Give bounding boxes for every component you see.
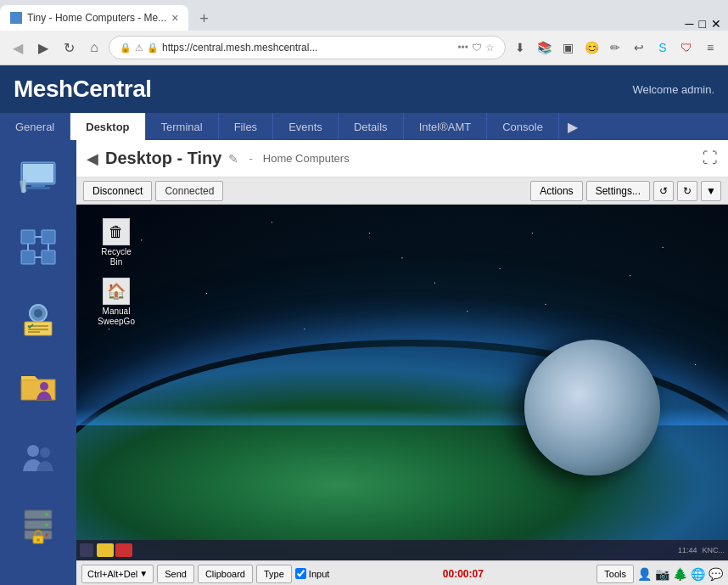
svg-point-22	[40, 447, 50, 458]
recycle-bin-label: RecycleBin	[101, 247, 132, 267]
camera-bottom-icon[interactable]: 📷	[655, 567, 669, 581]
menu-button[interactable]: ≡	[699, 37, 721, 59]
tree-bottom-icon[interactable]: 🌲	[673, 567, 687, 581]
taskbar-icon-1[interactable]	[97, 543, 114, 557]
maximize-button[interactable]: □	[699, 17, 706, 31]
sidebar	[0, 140, 76, 585]
dropdown-arrow-icon: ▼	[139, 569, 148, 578]
clipboard-button[interactable]: Clipboard	[198, 565, 253, 583]
globe-bottom-icon[interactable]: 🌐	[691, 567, 705, 581]
ctrl-alt-del-button[interactable]: Ctrl+Alt+Del ▼	[81, 565, 154, 583]
sidebar-item-server[interactable]	[4, 492, 72, 560]
manual-sweep-icon[interactable]: 🏠 ManualSweepGo	[87, 274, 146, 330]
nav-tabs: General Desktop Terminal Files Events De…	[0, 113, 728, 140]
tools-button[interactable]: Tools	[596, 565, 634, 583]
tab-groups-icon[interactable]: ▣	[557, 37, 579, 59]
address-bar: ◀ ▶ ↻ ⌂ 🔒 ⚠ 🔒 https://central.mesh.meshc…	[0, 31, 728, 65]
shield-icon[interactable]: 🛡	[675, 37, 697, 59]
minimize-button[interactable]: ─	[686, 17, 694, 31]
close-window-button[interactable]: ✕	[711, 17, 721, 31]
svg-point-26	[45, 513, 48, 516]
sidebar-item-nodes[interactable]	[4, 143, 72, 211]
tab-favicon	[10, 12, 22, 24]
refresh-icon[interactable]: ↺	[653, 181, 674, 201]
svg-point-27	[45, 523, 48, 526]
tab-details[interactable]: Details	[339, 113, 404, 140]
manual-sweep-img: 🏠	[103, 278, 130, 305]
svg-point-30	[36, 538, 40, 542]
back-button[interactable]: ◀	[7, 37, 29, 59]
tab-close-button[interactable]: ×	[171, 11, 178, 25]
address-field[interactable]: 🔒 ⚠ 🔒 https://central.mesh.meshcentral..…	[109, 36, 506, 59]
remote-desktop[interactable]: 🗑 RecycleBin 🏠 ManualSweepGo 11:44 KNC..…	[76, 205, 728, 560]
sidebar-item-mesh[interactable]	[4, 213, 72, 281]
bottom-icon-bar: 👤 📷 🌲 🌐 💬	[637, 567, 723, 581]
folder-user-icon	[14, 362, 63, 411]
sidebar-item-tasks[interactable]	[4, 283, 72, 351]
tabs-more-button[interactable]: ▶	[559, 113, 586, 140]
pen-icon[interactable]: ✏	[604, 37, 626, 59]
tab-files[interactable]: Files	[219, 113, 273, 140]
new-tab-button[interactable]: +	[192, 7, 216, 31]
svg-rect-8	[42, 230, 55, 244]
date-display: KNC...	[702, 546, 725, 554]
browser-toolbar: ⬇ 📚 ▣ 😊 ✏ ↩ S 🛡 ≡	[509, 37, 721, 59]
user-bottom-icon[interactable]: 👤	[637, 567, 652, 581]
tasks-icon	[14, 292, 63, 341]
app-header: MeshCentral Welcome admin.	[0, 65, 728, 113]
fullscreen-button[interactable]: ⛶	[703, 149, 718, 167]
refresh-button[interactable]: ↻	[58, 37, 80, 59]
bottom-control-bar: Ctrl+Alt+Del ▼ Send Clipboard Type Input…	[76, 560, 728, 585]
undo-icon[interactable]: ↩	[628, 37, 650, 59]
sidebar-item-users[interactable]	[4, 422, 72, 490]
server-icon	[14, 501, 63, 550]
tab-bar: Tiny - Home Computers - Me... × + ─ □ ✕	[0, 0, 728, 31]
url-text: https://central.mesh.meshcentral...	[162, 42, 454, 53]
disconnect-button[interactable]: Disconnect	[83, 181, 152, 201]
svg-rect-6	[21, 230, 35, 244]
settings-button[interactable]: Settings...	[586, 181, 650, 201]
svg-rect-9	[42, 250, 55, 264]
svg-point-28	[45, 533, 48, 537]
edit-icon[interactable]: ✎	[228, 152, 238, 166]
breadcrumb-separator: -	[249, 152, 252, 165]
forward-button[interactable]: ▶	[32, 37, 54, 59]
back-button[interactable]: ◀	[87, 149, 98, 168]
emoji-icon[interactable]: 😊	[580, 37, 602, 59]
monitor-icon	[14, 153, 63, 202]
down-icon[interactable]: ▼	[701, 181, 721, 201]
chat-bottom-icon[interactable]: 💬	[708, 567, 723, 581]
bookmarks-icon[interactable]: 📚	[533, 37, 555, 59]
svg-rect-16	[25, 322, 52, 335]
input-label: Input	[309, 569, 329, 579]
reload-icon[interactable]: ↻	[677, 181, 697, 201]
desktop-background	[76, 205, 728, 560]
taskbar-icon-2[interactable]	[115, 543, 132, 557]
tab-events[interactable]: Events	[273, 113, 339, 140]
tab-intel-amt[interactable]: Intel®AMT	[404, 113, 488, 140]
remote-taskbar: 11:44 KNC...	[76, 540, 728, 560]
type-button[interactable]: Type	[256, 565, 292, 583]
breadcrumb-text: Home Computers	[263, 152, 350, 165]
tab-desktop[interactable]: Desktop	[70, 113, 145, 140]
tab-terminal[interactable]: Terminal	[146, 113, 219, 140]
recycle-bin-icon[interactable]: 🗑 RecycleBin	[87, 215, 146, 271]
tab-console[interactable]: Console	[487, 113, 559, 140]
tab-title: Tiny - Home Computers - Me...	[27, 12, 166, 24]
svg-rect-1	[23, 164, 53, 183]
svg-rect-7	[21, 250, 35, 264]
manual-sweep-label: ManualSweepGo	[98, 307, 135, 327]
app-logo: MeshCentral	[14, 76, 152, 103]
desktop-toolbar: Disconnect Connected Actions Settings...…	[76, 177, 728, 205]
start-button[interactable]	[80, 543, 93, 557]
input-checkbox[interactable]	[295, 568, 306, 579]
active-tab[interactable]: Tiny - Home Computers - Me... ×	[0, 5, 188, 31]
sidebar-item-files[interactable]	[4, 352, 72, 420]
skype-icon[interactable]: S	[652, 37, 674, 59]
home-button[interactable]: ⌂	[83, 37, 105, 59]
actions-button[interactable]: Actions	[530, 181, 582, 201]
recycle-bin-img: 🗑	[103, 218, 130, 245]
send-button[interactable]: Send	[157, 565, 194, 583]
tab-general[interactable]: General	[0, 113, 70, 140]
download-icon[interactable]: ⬇	[509, 37, 531, 59]
